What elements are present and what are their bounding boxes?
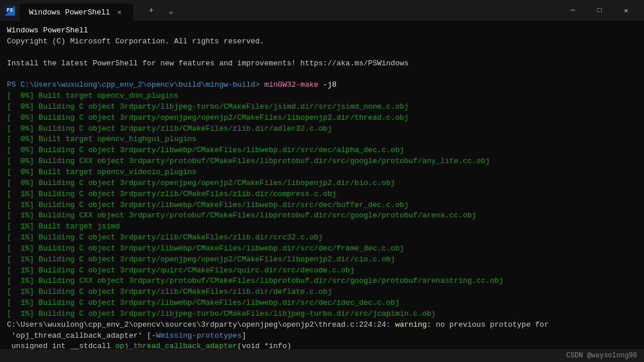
line-21: [ 1%] Building C object 3rdparty/openjpe… (7, 254, 637, 265)
line-25: [ 1%] Building C object 3rdparty/libwebp… (7, 298, 637, 309)
func-name: opj_thread_callback_adapter (115, 342, 237, 349)
line-19: [ 1%] Building C object 3rdparty/zlib/CM… (7, 232, 637, 243)
line-16: [ 1%] Building C object 3rdparty/libwebp… (7, 200, 637, 211)
warning-label: warning: (395, 320, 431, 329)
dropdown-button[interactable]: ⌄ (162, 3, 179, 17)
titlebar-actions: + ⌄ (142, 3, 179, 17)
tab-label: Windows PowerShell (29, 8, 110, 17)
cmd-flag: -j8 (318, 80, 336, 89)
func-sig-1: unsigned int __stdcall (7, 342, 115, 349)
line-22: [ 1%] Building C object 3rdparty/quirc/C… (7, 265, 637, 276)
line-13: [ 0%] Built target opencv_videoio_plugin… (7, 167, 637, 178)
titlebar-left: PS Windows PowerShell ✕ + ⌄ (5, 0, 179, 21)
line-6: [ 0%] Built target opencv_dnn_plugins (7, 91, 637, 102)
minimize-button[interactable]: — (560, 0, 586, 21)
line-14: [ 0%] Building C object 3rdparty/openjpe… (7, 178, 637, 189)
line-1: Windows PowerShell (7, 25, 637, 36)
terminal-body[interactable]: Windows PowerShell Copyright (C) Microso… (0, 21, 644, 349)
line-4: Install the latest PowerShell for new fe… (7, 58, 637, 69)
statusbar-text: CSDN @waysolong90 (566, 352, 637, 360)
prompt-text: PS C:\Users\wuxulong\cpp_env_2\opencv\bu… (7, 80, 264, 89)
titlebar: PS Windows PowerShell ✕ + ⌄ — □ ✕ (0, 0, 644, 21)
window: PS Windows PowerShell ✕ + ⌄ — □ ✕ Window… (0, 0, 644, 362)
line-15: [ 1%] Building C object 3rdparty/zlib/CM… (7, 189, 637, 200)
warning-path: C:\Users\wuxulong\cpp_env_2\opencv\sourc… (7, 320, 395, 329)
line-20: [ 1%] Building C object 3rdparty/libwebp… (7, 243, 637, 254)
line-9: [ 0%] Building C object 3rdparty/zlib/CM… (7, 124, 637, 135)
line-3 (7, 47, 637, 58)
warning-bracket: ] (242, 331, 246, 340)
func-sig-2: (void *info) (237, 342, 292, 349)
line-10: [ 0%] Built target opencv_highgui_plugin… (7, 134, 637, 145)
statusbar: CSDN @waysolong90 (0, 349, 644, 362)
line-17: [ 1%] Building CXX object 3rdparty/proto… (7, 210, 637, 221)
window-controls: — □ ✕ (560, 0, 639, 21)
cmd-text: minGW32-make (264, 80, 319, 89)
line-7: [ 0%] Building C object 3rdparty/libjpeg… (7, 102, 637, 113)
active-tab[interactable]: Windows PowerShell ✕ (20, 3, 133, 21)
line-23: [ 1%] Building CXX object 3rdparty/proto… (7, 276, 637, 287)
line-11: [ 0%] Building C object 3rdparty/libwebp… (7, 145, 637, 156)
line-18: [ 1%] Built target jsimd (7, 221, 637, 232)
line-12: [ 0%] Building CXX object 3rdparty/proto… (7, 156, 637, 167)
line-8: [ 0%] Building C object 3rdparty/openjpe… (7, 113, 637, 124)
ps-icon: PS (5, 5, 15, 16)
warning-rest: no previous prototype for (431, 320, 549, 329)
line-27: C:\Users\wuxulong\cpp_env_2\opencv\sourc… (7, 320, 637, 331)
warning-sym: 'opj_thread_callback_adapter' [- (7, 331, 156, 340)
line-29: unsigned int __stdcall opj_thread_callba… (7, 341, 637, 349)
close-button[interactable]: ✕ (613, 0, 639, 21)
app-icon: PS (5, 5, 15, 16)
new-tab-button[interactable]: + (142, 3, 160, 17)
line-26: [ 1%] Building C object 3rdparty/libjpeg… (7, 309, 637, 320)
warning-flag-link: Wmissing-prototypes (156, 331, 241, 340)
tab-close-button[interactable]: ✕ (115, 8, 124, 17)
line-28: 'opj_thread_callback_adapter' [-Wmissing… (7, 331, 637, 342)
line-prompt: PS C:\Users\wuxulong\cpp_env_2\opencv\bu… (7, 80, 637, 91)
maximize-button[interactable]: □ (586, 0, 613, 21)
line-24: [ 1%] Building C object 3rdparty/zlib/CM… (7, 287, 637, 298)
line-5 (7, 69, 637, 80)
line-2: Copyright (C) Microsoft Corporation. All… (7, 36, 637, 47)
